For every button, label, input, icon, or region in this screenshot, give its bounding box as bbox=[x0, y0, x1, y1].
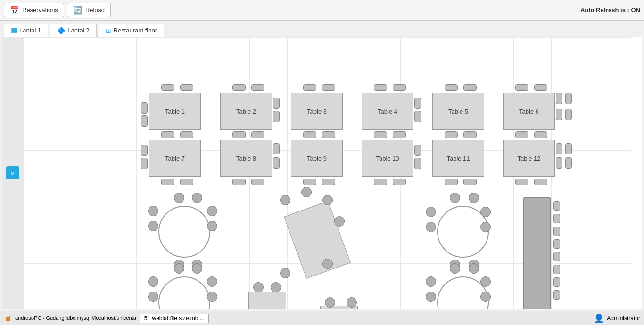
table-10[interactable]: Table 10 bbox=[362, 140, 413, 177]
chair bbox=[180, 131, 193, 138]
floor-canvas[interactable]: Table 1 Table 2 Table 3 bbox=[23, 37, 642, 309]
chair bbox=[565, 109, 572, 120]
table-1[interactable]: Table 1 bbox=[149, 93, 201, 130]
tab-restaurant-floor[interactable]: ⊞ Restaurant floor bbox=[99, 24, 165, 37]
round-chair bbox=[347, 297, 357, 308]
chair bbox=[534, 84, 547, 91]
chair bbox=[463, 131, 477, 138]
chair bbox=[463, 179, 477, 185]
chair bbox=[414, 158, 421, 169]
small-table-center[interactable] bbox=[248, 292, 286, 309]
round-chair bbox=[322, 259, 333, 269]
round-chair bbox=[148, 206, 158, 216]
round-chair bbox=[148, 276, 158, 287]
chair bbox=[273, 111, 280, 122]
tab-lantai2[interactable]: 🔷 Lantai 2 bbox=[50, 24, 96, 37]
table-3[interactable]: Table 3 bbox=[291, 93, 343, 130]
staircase-icon: 🔷 bbox=[57, 27, 65, 34]
chair bbox=[553, 227, 560, 236]
chair bbox=[445, 179, 458, 185]
round-chair bbox=[469, 193, 479, 203]
chair bbox=[251, 131, 264, 138]
round-chair bbox=[207, 206, 217, 216]
tab-lantai2-label: Lantai 2 bbox=[67, 27, 89, 34]
round-chair bbox=[207, 221, 217, 231]
chair bbox=[463, 84, 477, 91]
chair bbox=[322, 84, 335, 91]
chair bbox=[273, 98, 280, 109]
table-2[interactable]: Table 2 bbox=[220, 93, 272, 130]
admin-icon: 👤 bbox=[594, 313, 604, 324]
chair bbox=[565, 143, 572, 154]
table-7[interactable]: Table 7 bbox=[149, 140, 201, 177]
tab-lantai1[interactable]: ▦ Lantai 1 bbox=[4, 24, 48, 37]
chair bbox=[556, 109, 562, 120]
chair bbox=[251, 179, 264, 185]
chair bbox=[303, 179, 316, 185]
collapse-button[interactable]: » bbox=[6, 166, 19, 179]
round-chair bbox=[480, 292, 491, 302]
table-9[interactable]: Table 9 bbox=[291, 140, 343, 177]
calendar-icon: 📅 bbox=[10, 6, 19, 15]
chair bbox=[556, 157, 562, 169]
chair bbox=[251, 84, 264, 91]
grid-icon: ⊞ bbox=[106, 27, 111, 34]
tilted-table[interactable] bbox=[284, 201, 351, 279]
round-chair bbox=[207, 292, 217, 302]
round-chair bbox=[148, 292, 158, 302]
chair bbox=[553, 239, 560, 249]
chair bbox=[553, 277, 560, 287]
chair bbox=[553, 265, 560, 274]
admin-label: Administrator bbox=[607, 315, 640, 322]
db-info: andrest-PC - Gudang jdbc:mysql://localho… bbox=[15, 315, 136, 321]
round-chair bbox=[426, 276, 436, 287]
chair bbox=[322, 131, 335, 138]
round-chair bbox=[280, 195, 290, 205]
status-file[interactable]: 51 weblaf.file.size.mb ... bbox=[140, 314, 209, 323]
chair bbox=[515, 131, 528, 138]
round-chair bbox=[426, 292, 436, 302]
table-4[interactable]: Table 4 bbox=[362, 93, 413, 130]
round-chair bbox=[480, 222, 491, 232]
table-6[interactable]: Table 6 bbox=[503, 93, 555, 130]
status-left: 🖥 andrest-PC - Gudang jdbc:mysql://local… bbox=[4, 314, 209, 323]
chair bbox=[141, 115, 148, 127]
table-8[interactable]: Table 8 bbox=[220, 140, 272, 177]
round-table-left[interactable] bbox=[158, 206, 210, 258]
round-chair bbox=[174, 193, 184, 203]
round-chair bbox=[450, 193, 460, 203]
chair bbox=[232, 179, 246, 185]
reservations-button[interactable]: 📅 Reservations bbox=[4, 3, 64, 17]
status-right: 👤 Administrator bbox=[594, 313, 640, 324]
chair bbox=[161, 84, 174, 91]
table-12[interactable]: Table 12 bbox=[503, 140, 555, 177]
round-chair bbox=[271, 282, 281, 292]
chair bbox=[553, 201, 560, 211]
chair bbox=[161, 131, 174, 138]
round-chair bbox=[280, 268, 290, 278]
table-11[interactable]: Table 11 bbox=[432, 140, 484, 177]
round-chair bbox=[426, 222, 436, 232]
round-chair bbox=[426, 207, 436, 217]
database-icon: 🖥 bbox=[4, 314, 11, 323]
chair bbox=[515, 179, 528, 185]
tab-restaurant-floor-label: Restaurant floor bbox=[114, 27, 157, 34]
round-chair bbox=[148, 221, 158, 231]
chair bbox=[553, 214, 560, 223]
chair bbox=[534, 179, 547, 185]
chair bbox=[556, 93, 562, 104]
chair bbox=[393, 131, 406, 138]
chair bbox=[556, 143, 562, 154]
table-5[interactable]: Table 5 bbox=[432, 93, 484, 130]
reservations-label: Reservations bbox=[22, 7, 58, 14]
reload-button[interactable]: 🔄 Reload bbox=[67, 3, 111, 17]
round-chair bbox=[325, 297, 335, 308]
round-chair bbox=[207, 276, 217, 287]
chair bbox=[553, 290, 560, 300]
status-bar: 🖥 andrest-PC - Gudang jdbc:mysql://local… bbox=[0, 311, 644, 325]
bar-element bbox=[523, 197, 551, 309]
round-chair bbox=[334, 216, 345, 227]
chair bbox=[565, 93, 572, 104]
collapse-icon: » bbox=[11, 169, 15, 177]
round-table-left-bottom[interactable] bbox=[158, 276, 210, 309]
